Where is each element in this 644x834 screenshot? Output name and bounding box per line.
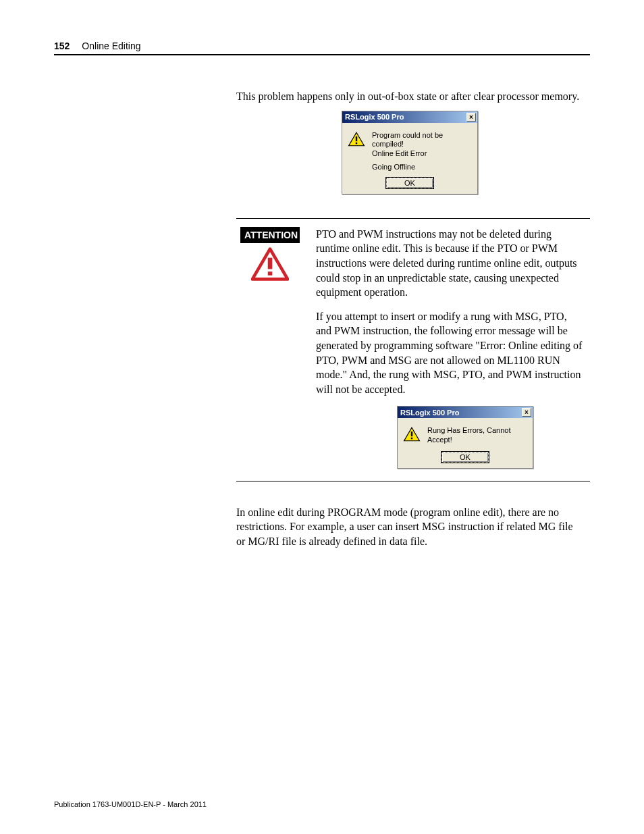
- page-number: 152: [54, 41, 70, 51]
- dialog-title-text: RSLogix 500 Pro: [345, 113, 404, 121]
- close-icon[interactable]: ×: [466, 113, 476, 122]
- svg-rect-1: [356, 136, 357, 141]
- dialog-message-line3: Going Offline: [372, 163, 472, 171]
- svg-rect-5: [268, 271, 273, 276]
- attention-paragraph-2: If you attempt to insert or modify a run…: [316, 309, 583, 397]
- svg-rect-4: [268, 258, 273, 269]
- warning-icon: [348, 131, 365, 147]
- attention-warning-icon: [251, 247, 289, 281]
- warning-icon: [403, 426, 421, 442]
- publication-footer: Publication 1763-UM001D-EN-P - March 201…: [54, 800, 207, 808]
- svg-rect-2: [356, 142, 357, 143]
- page-header: 152 Online Editing: [54, 41, 590, 55]
- dialog-title-text: RSLogix 500 Pro: [400, 409, 459, 417]
- ok-button[interactable]: OK: [441, 452, 489, 463]
- dialog-titlebar: RSLogix 500 Pro ×: [398, 407, 533, 418]
- attention-block: ATTENTION PTO and PWM instructions may n…: [236, 218, 590, 481]
- attention-paragraph-1: PTO and PWM instructions may not be dele…: [316, 227, 583, 300]
- svg-rect-7: [411, 432, 412, 436]
- attention-label: ATTENTION: [240, 227, 300, 243]
- svg-rect-8: [411, 438, 412, 439]
- dialog-rung-errors: RSLogix 500 Pro × Rung Has Errors, Canno…: [397, 406, 533, 469]
- outro-paragraph: In online edit during PROGRAM mode (prog…: [236, 505, 583, 549]
- dialog-titlebar: RSLogix 500 Pro ×: [342, 111, 477, 123]
- close-icon[interactable]: ×: [522, 408, 531, 417]
- dialog-compile-error: RSLogix 500 Pro × Program could not be c…: [342, 111, 478, 194]
- section-title: Online Editing: [82, 41, 140, 51]
- dialog-message-line2: Online Edit Error: [372, 149, 472, 159]
- ok-button[interactable]: OK: [386, 178, 433, 188]
- intro-paragraph: This problem happens only in out-of-box …: [236, 89, 583, 104]
- dialog-message: Rung Has Errors, Cannot Accept!: [427, 426, 527, 445]
- dialog-message-line1: Program could not be compiled!: [372, 131, 472, 150]
